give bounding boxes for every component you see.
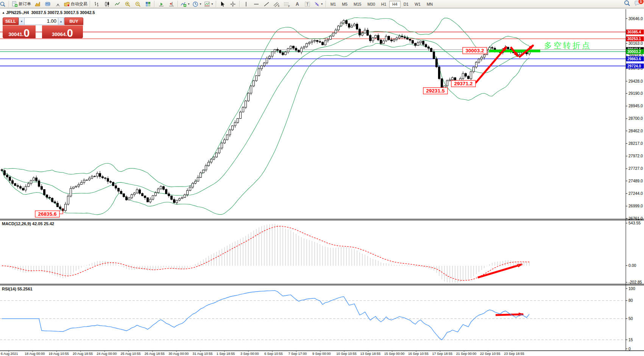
date-axis-label: 16 Sep 10:55: [408, 352, 429, 356]
line-chart-icon[interactable]: [112, 0, 122, 8]
date-axis-label: 31 Aug 10:55: [192, 352, 212, 356]
text-label-tool[interactable]: T: [303, 0, 313, 8]
auto-scroll-icon[interactable]: [156, 0, 166, 8]
sell-price-display[interactable]: 30041.0: [3, 25, 36, 38]
signals-icon[interactable]: [53, 0, 63, 8]
chart-canvas[interactable]: 30003.229371.229231.526835.6多空转折点MACD(12…: [0, 0, 644, 356]
tab-timeframe-m15[interactable]: M15: [351, 1, 364, 8]
price-axis-tick: 27489.0: [628, 179, 643, 183]
price-badge-text: 30253.1: [627, 37, 641, 41]
notification-badge: 1: [638, 0, 644, 5]
new-order-icon: [12, 1, 18, 7]
channel-tool[interactable]: E: [272, 0, 282, 8]
price-axis-tick: 27972.0: [628, 154, 643, 158]
ohlc-values: 30037.5 30072.5 30017.5 30042.5: [31, 10, 95, 15]
search-icon[interactable]: [0, 0, 8, 8]
zoom-out-icon[interactable]: [133, 0, 143, 8]
market-watch-icon[interactable]: [32, 0, 42, 8]
label-letter: T: [306, 2, 309, 6]
buy-price-main: 30064: [52, 31, 65, 38]
separator: [216, 1, 217, 7]
date-axis-label: 19 Aug 10:55: [49, 352, 69, 356]
tab-timeframe-w1[interactable]: W1: [412, 1, 424, 8]
separator: [90, 1, 90, 7]
tab-timeframe-mn[interactable]: MN: [424, 1, 436, 8]
price-axis-tick: 26999.0: [628, 204, 643, 208]
tab-timeframe-h1[interactable]: H1: [378, 1, 389, 8]
tile-windows-icon[interactable]: [143, 0, 153, 8]
tab-timeframe-h4[interactable]: H4: [389, 1, 400, 8]
chart-window-title[interactable]: ▲JPN225-,H430037.5 30072.5 30017.5 30042…: [2, 10, 95, 15]
indicators-button[interactable]: ▼: [179, 0, 191, 8]
trendline-tool[interactable]: [262, 0, 272, 8]
price-axis-tick: 30646.0: [628, 16, 643, 21]
macd-label: MACD(12,26,9) 42.05 25.42: [2, 221, 54, 226]
separator: [326, 1, 326, 7]
date-axis-label: 1 Sep 18:55: [217, 352, 235, 356]
zoom-in-icon[interactable]: [122, 0, 133, 8]
date-axis-label: 13 Sep 18:55: [360, 352, 381, 356]
price-axis-tick: 28700.0: [628, 116, 643, 121]
date-axis-label: 7 Sep 17:00: [288, 352, 307, 356]
separator: [9, 1, 9, 7]
text-tool[interactable]: A: [292, 0, 303, 8]
red-arrow-4[interactable]: [496, 314, 523, 315]
dropdown-caret: ▼: [321, 3, 323, 5]
price-axis-tick: 27244.0: [628, 191, 643, 196]
price-axis-tick: 26761.0: [628, 216, 643, 221]
chart-shift-icon[interactable]: [166, 0, 176, 8]
collapse-icon[interactable]: ▲: [2, 11, 5, 14]
price-annotation-text: 29231.5: [426, 88, 445, 94]
cn-turning-point-label[interactable]: 多空转折点: [544, 41, 591, 50]
notifications-icon[interactable]: 1: [634, 0, 641, 8]
sell-price-main: 30041: [9, 31, 22, 38]
date-axis-label: 6 Sep 10:55: [264, 352, 283, 356]
buy-button[interactable]: BUY: [64, 17, 83, 25]
price-axis-tick: 28945.0: [628, 104, 643, 108]
data-window-icon[interactable]: [42, 0, 53, 8]
tab-timeframe-d1[interactable]: D1: [401, 1, 412, 8]
volume-input[interactable]: 1.00: [25, 17, 58, 25]
new-order-button[interactable]: 新订单: [11, 0, 32, 8]
templates-button[interactable]: ▼: [203, 0, 215, 8]
date-axis-label: 18 Aug 00:00: [25, 352, 45, 356]
date-axis-label: 17 Sep 18:55: [432, 352, 452, 356]
vertical-line-tool[interactable]: [241, 0, 251, 8]
tab-timeframe-m1[interactable]: M1: [327, 1, 339, 8]
tab-timeframe-m30[interactable]: M30: [364, 1, 378, 8]
price-annotation-text: 30003.2: [466, 48, 484, 53]
price-badge-text: 29863.6: [627, 57, 641, 61]
rsi-axis-label: 15: [628, 337, 633, 342]
tab-timeframe-m5[interactable]: M5: [339, 1, 351, 8]
ohlc-bars-icon[interactable]: [92, 0, 102, 8]
macd-axis-label: 543.55: [628, 221, 641, 225]
rsi-axis-label: 50: [628, 316, 633, 321]
price-annotation-text: 29371.2: [454, 81, 473, 86]
autotrade-button[interactable]: 自动交易: [63, 0, 89, 8]
volume-decrease-button[interactable]: ▼: [19, 17, 25, 25]
date-axis-label: 9 Sep 00:00: [312, 352, 331, 356]
cursor-tool[interactable]: [218, 0, 228, 8]
periods-button[interactable]: ▼: [191, 0, 203, 8]
date-axis-label: 6 Aug 2021: [1, 352, 18, 356]
one-click-trade-panel: SELL ▼ 1.00 ▲ BUY 30041.0 30064.0: [3, 17, 83, 38]
price-axis-tick: 28217.0: [628, 141, 643, 146]
fibo-letter: F: [288, 5, 290, 7]
toolbar-search-icon[interactable]: [624, 0, 630, 8]
arrows-icon: [314, 1, 320, 7]
symbol-title: JPN225-,H4: [6, 10, 29, 15]
horizontal-line-tool[interactable]: [251, 0, 262, 8]
buy-price-display[interactable]: 30064.0: [42, 25, 83, 38]
date-axis-label: 15 Sep 00:00: [384, 352, 405, 356]
fibonacci-tool[interactable]: F: [282, 0, 292, 8]
sell-button[interactable]: SELL: [3, 17, 19, 25]
volume-increase-button[interactable]: ▲: [58, 17, 64, 25]
separator: [178, 1, 178, 7]
rsi-axis-label: 100: [628, 286, 635, 291]
template-icon: [204, 1, 210, 7]
dropdown-caret: ▼: [187, 3, 190, 5]
candlestick-icon[interactable]: [102, 0, 112, 8]
shapes-arrows-button[interactable]: ▼: [313, 0, 324, 8]
price-axis-tick: 28462.0: [628, 129, 643, 133]
crosshair-tool[interactable]: [228, 0, 238, 8]
